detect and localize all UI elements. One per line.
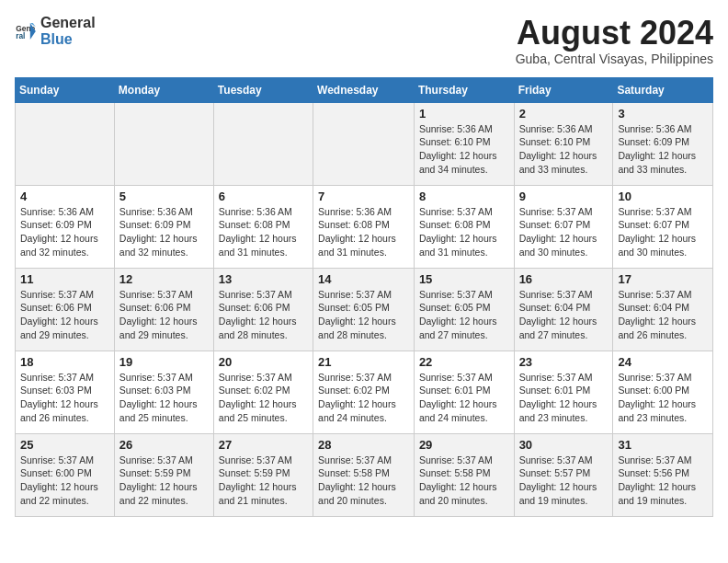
day-info: Sunrise: 5:37 AM Sunset: 6:03 PM Dayligh… (20, 371, 109, 425)
subtitle: Guba, Central Visayas, Philippines (516, 52, 713, 66)
day-info: Sunrise: 5:37 AM Sunset: 5:59 PM Dayligh… (219, 454, 308, 508)
calendar-cell: 14Sunrise: 5:37 AM Sunset: 6:05 PM Dayli… (313, 268, 415, 350)
calendar-cell: 3Sunrise: 5:36 AM Sunset: 6:09 PM Daylig… (613, 102, 713, 185)
calendar-cell: 21Sunrise: 5:37 AM Sunset: 6:02 PM Dayli… (313, 350, 415, 433)
logo-icon: Gene ral (15, 20, 37, 42)
day-info: Sunrise: 5:36 AM Sunset: 6:09 PM Dayligh… (20, 205, 109, 259)
calendar-cell: 29Sunrise: 5:37 AM Sunset: 5:58 PM Dayli… (414, 433, 514, 516)
header-saturday: Saturday (613, 77, 713, 102)
calendar-cell: 13Sunrise: 5:37 AM Sunset: 6:06 PM Dayli… (213, 268, 313, 350)
svg-text:ral: ral (16, 31, 25, 40)
logo-blue-text: Blue (40, 31, 96, 48)
day-info: Sunrise: 5:37 AM Sunset: 6:06 PM Dayligh… (20, 288, 109, 342)
calendar-cell (114, 102, 213, 185)
header-tuesday: Tuesday (213, 77, 313, 102)
day-number: 6 (219, 190, 308, 203)
day-number: 15 (419, 272, 509, 286)
calendar-cell (16, 102, 115, 185)
week-row-2: 4Sunrise: 5:36 AM Sunset: 6:09 PM Daylig… (16, 185, 713, 268)
day-info: Sunrise: 5:37 AM Sunset: 6:01 PM Dayligh… (419, 371, 509, 425)
day-number: 7 (318, 190, 409, 203)
day-info: Sunrise: 5:37 AM Sunset: 6:01 PM Dayligh… (519, 371, 609, 425)
day-number: 13 (219, 272, 308, 286)
calendar-header-row: SundayMondayTuesdayWednesdayThursdayFrid… (16, 77, 713, 102)
day-info: Sunrise: 5:37 AM Sunset: 6:02 PM Dayligh… (318, 371, 409, 425)
day-info: Sunrise: 5:37 AM Sunset: 5:58 PM Dayligh… (318, 454, 409, 508)
day-number: 25 (20, 438, 109, 452)
day-info: Sunrise: 5:37 AM Sunset: 6:04 PM Dayligh… (618, 288, 708, 342)
title-block: August 2024 Guba, Central Visayas, Phili… (516, 15, 713, 66)
header-sunday: Sunday (16, 77, 115, 102)
calendar-cell: 10Sunrise: 5:37 AM Sunset: 6:07 PM Dayli… (613, 185, 713, 268)
calendar-cell: 1Sunrise: 5:36 AM Sunset: 6:10 PM Daylig… (414, 102, 514, 185)
day-number: 26 (119, 438, 209, 452)
day-info: Sunrise: 5:37 AM Sunset: 6:06 PM Dayligh… (119, 288, 209, 342)
week-row-1: 1Sunrise: 5:36 AM Sunset: 6:10 PM Daylig… (16, 102, 713, 185)
day-number: 11 (20, 272, 109, 286)
week-row-5: 25Sunrise: 5:37 AM Sunset: 6:00 PM Dayli… (16, 433, 713, 516)
day-info: Sunrise: 5:36 AM Sunset: 6:09 PM Dayligh… (119, 205, 209, 259)
day-number: 31 (618, 438, 708, 452)
logo: Gene ral General Blue (15, 15, 96, 48)
day-number: 10 (618, 190, 708, 203)
day-number: 30 (519, 438, 609, 452)
day-number: 21 (318, 355, 409, 369)
calendar-cell: 18Sunrise: 5:37 AM Sunset: 6:03 PM Dayli… (16, 350, 115, 433)
day-number: 1 (419, 107, 509, 121)
calendar-cell: 7Sunrise: 5:36 AM Sunset: 6:08 PM Daylig… (313, 185, 415, 268)
calendar-cell: 23Sunrise: 5:37 AM Sunset: 6:01 PM Dayli… (514, 350, 613, 433)
calendar-cell: 20Sunrise: 5:37 AM Sunset: 6:02 PM Dayli… (213, 350, 313, 433)
calendar-cell: 16Sunrise: 5:37 AM Sunset: 6:04 PM Dayli… (514, 268, 613, 350)
day-info: Sunrise: 5:37 AM Sunset: 6:06 PM Dayligh… (219, 288, 308, 342)
day-info: Sunrise: 5:37 AM Sunset: 6:05 PM Dayligh… (318, 288, 409, 342)
day-info: Sunrise: 5:37 AM Sunset: 5:56 PM Dayligh… (618, 454, 708, 508)
day-number: 29 (419, 438, 509, 452)
day-info: Sunrise: 5:36 AM Sunset: 6:10 PM Dayligh… (419, 122, 509, 177)
day-number: 5 (119, 190, 209, 203)
calendar-cell: 19Sunrise: 5:37 AM Sunset: 6:03 PM Dayli… (114, 350, 213, 433)
main-title: August 2024 (516, 15, 713, 52)
day-number: 3 (618, 107, 708, 121)
calendar-cell: 28Sunrise: 5:37 AM Sunset: 5:58 PM Dayli… (313, 433, 415, 516)
day-number: 28 (318, 438, 409, 452)
calendar-cell: 25Sunrise: 5:37 AM Sunset: 6:00 PM Dayli… (16, 433, 115, 516)
calendar-cell: 15Sunrise: 5:37 AM Sunset: 6:05 PM Dayli… (414, 268, 514, 350)
calendar-cell: 6Sunrise: 5:36 AM Sunset: 6:08 PM Daylig… (213, 185, 313, 268)
day-info: Sunrise: 5:36 AM Sunset: 6:09 PM Dayligh… (618, 122, 708, 177)
calendar-cell: 24Sunrise: 5:37 AM Sunset: 6:00 PM Dayli… (613, 350, 713, 433)
day-info: Sunrise: 5:37 AM Sunset: 5:59 PM Dayligh… (119, 454, 209, 508)
calendar-cell: 31Sunrise: 5:37 AM Sunset: 5:56 PM Dayli… (613, 433, 713, 516)
day-number: 9 (519, 190, 609, 203)
calendar-cell (313, 102, 415, 185)
day-info: Sunrise: 5:37 AM Sunset: 6:00 PM Dayligh… (20, 454, 109, 508)
day-info: Sunrise: 5:37 AM Sunset: 5:57 PM Dayligh… (519, 454, 609, 508)
day-number: 18 (20, 355, 109, 369)
calendar-cell: 11Sunrise: 5:37 AM Sunset: 6:06 PM Dayli… (16, 268, 115, 350)
day-number: 24 (618, 355, 708, 369)
calendar-cell: 22Sunrise: 5:37 AM Sunset: 6:01 PM Dayli… (414, 350, 514, 433)
calendar-cell: 12Sunrise: 5:37 AM Sunset: 6:06 PM Dayli… (114, 268, 213, 350)
day-info: Sunrise: 5:36 AM Sunset: 6:10 PM Dayligh… (519, 122, 609, 177)
day-number: 23 (519, 355, 609, 369)
header-wednesday: Wednesday (313, 77, 415, 102)
day-number: 19 (119, 355, 209, 369)
day-info: Sunrise: 5:37 AM Sunset: 6:05 PM Dayligh… (419, 288, 509, 342)
day-number: 17 (618, 272, 708, 286)
day-number: 16 (519, 272, 609, 286)
calendar-cell: 8Sunrise: 5:37 AM Sunset: 6:08 PM Daylig… (414, 185, 514, 268)
day-info: Sunrise: 5:37 AM Sunset: 6:02 PM Dayligh… (219, 371, 308, 425)
day-number: 20 (219, 355, 308, 369)
day-info: Sunrise: 5:37 AM Sunset: 5:58 PM Dayligh… (419, 454, 509, 508)
calendar-cell: 30Sunrise: 5:37 AM Sunset: 5:57 PM Dayli… (514, 433, 613, 516)
day-info: Sunrise: 5:37 AM Sunset: 6:08 PM Dayligh… (419, 205, 509, 259)
day-number: 8 (419, 190, 509, 203)
calendar-cell: 4Sunrise: 5:36 AM Sunset: 6:09 PM Daylig… (16, 185, 115, 268)
logo-general-text: General (40, 15, 96, 31)
calendar-cell (213, 102, 313, 185)
day-info: Sunrise: 5:36 AM Sunset: 6:08 PM Dayligh… (219, 205, 308, 259)
day-info: Sunrise: 5:36 AM Sunset: 6:08 PM Dayligh… (318, 205, 409, 259)
calendar-cell: 2Sunrise: 5:36 AM Sunset: 6:10 PM Daylig… (514, 102, 613, 185)
header-thursday: Thursday (414, 77, 514, 102)
day-info: Sunrise: 5:37 AM Sunset: 6:07 PM Dayligh… (519, 205, 609, 259)
day-number: 27 (219, 438, 308, 452)
